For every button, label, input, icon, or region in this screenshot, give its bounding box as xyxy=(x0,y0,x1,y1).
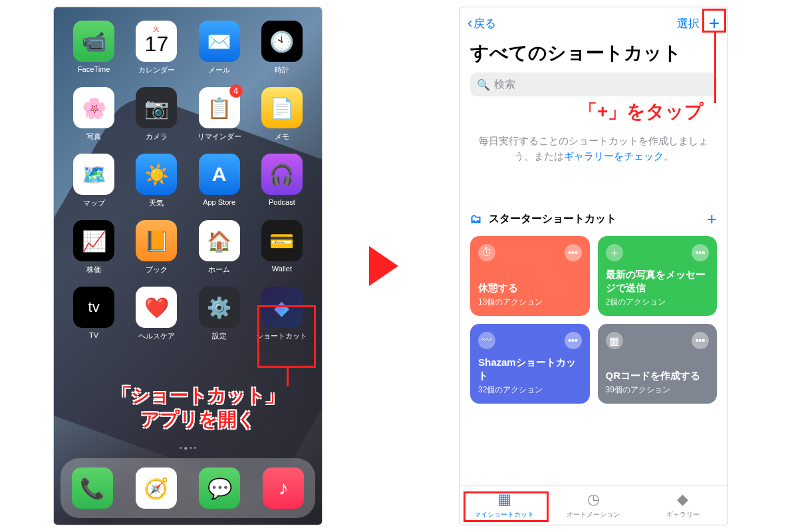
app-label: カメラ xyxy=(127,132,186,142)
app-設定[interactable]: ⚙️設定 xyxy=(190,287,249,341)
folder-icon: 🗂 xyxy=(470,212,482,226)
app-時計[interactable]: 🕙時計 xyxy=(253,21,311,75)
shortcuts-app-screen: ‹ 戻る 選択 + すべてのショートカット 🔍 検索 毎日実行することのショート… xyxy=(459,7,728,525)
shortcut-card[interactable]: ▦•••QRコードを作成する39個のアクション xyxy=(598,324,718,404)
shortcut-card[interactable]: 〰•••Shazamショートカット32個のアクション xyxy=(470,324,590,404)
app-ホーム[interactable]: 🏠ホーム xyxy=(190,220,249,275)
card-more-button[interactable]: ••• xyxy=(565,244,582,261)
app-label: 設定 xyxy=(190,331,249,341)
app-マップ[interactable]: 🗺️マップ xyxy=(65,154,123,208)
app-label: カレンダー xyxy=(127,65,186,75)
card-icon: ▦ xyxy=(606,332,623,349)
card-title: 最新の写真をメッセージで送信 xyxy=(606,268,710,294)
app-label: 株価 xyxy=(65,265,123,275)
card-title: Shazamショートカット xyxy=(478,356,582,382)
back-label: 戻る xyxy=(473,16,496,31)
dock: 📞🧭💬♪ xyxy=(61,458,315,518)
app-ヘルスケア[interactable]: ❤️ヘルスケア xyxy=(127,287,186,341)
app-label: メール xyxy=(190,65,249,75)
card-subtitle: 13個のアクション xyxy=(478,297,582,308)
card-subtitle: 32個のアクション xyxy=(478,384,582,396)
card-icon: ＋ xyxy=(606,244,623,261)
highlight-plus-button xyxy=(702,9,726,33)
app-FaceTime[interactable]: 📹FaceTime xyxy=(65,21,123,75)
tab-オートメーション[interactable]: ◷オートメーション xyxy=(549,485,638,525)
app-Podcast[interactable]: 🎧Podcast xyxy=(253,154,311,208)
section-title: スターターショートカット xyxy=(489,212,616,226)
callout-tap-plus: 「+」をタップ xyxy=(579,100,704,124)
nav-bar: ‹ 戻る 選択 + xyxy=(460,7,728,39)
card-title: QRコードを作成する xyxy=(606,369,710,382)
app-label: メモ xyxy=(253,132,311,142)
empty-hint: 毎日実行することのショートカットを作成しましょう、またはギャラリーをチェック。 xyxy=(475,134,712,164)
search-placeholder: 検索 xyxy=(494,78,515,92)
card-icon: ⏱ xyxy=(478,244,495,261)
app-label: 天気 xyxy=(127,198,186,208)
callout-open-shortcuts: 「ショートカット」 アプリを開く xyxy=(112,384,284,432)
card-more-button[interactable]: ••• xyxy=(692,332,709,349)
app-株価[interactable]: 📈株価 xyxy=(65,220,123,275)
card-icon: 〰 xyxy=(478,332,495,349)
back-button[interactable]: ‹ 戻る xyxy=(467,16,496,31)
page-title: すべてのショートカット xyxy=(460,39,728,72)
app-label: 写真 xyxy=(65,132,123,142)
app-メモ[interactable]: 📄メモ xyxy=(253,87,311,142)
dock-safari[interactable]: 🧭 xyxy=(136,467,177,509)
app-label: TV xyxy=(65,331,123,339)
app-リマインダー[interactable]: 📋4リマインダー xyxy=(190,87,249,142)
section-header: 🗂 スターターショートカット + xyxy=(470,209,717,229)
step-arrow-icon xyxy=(369,246,398,286)
dock-messages[interactable]: 💬 xyxy=(199,467,240,509)
app-label: ホーム xyxy=(190,265,249,275)
dock-music[interactable]: ♪ xyxy=(263,467,304,509)
highlight-my-shortcuts-tab xyxy=(464,491,549,522)
app-label: ブック xyxy=(127,265,186,275)
card-subtitle: 2個のアクション xyxy=(606,297,710,308)
tab-icon: ◷ xyxy=(587,491,600,508)
search-input[interactable]: 🔍 検索 xyxy=(470,72,717,96)
callout-line xyxy=(287,368,289,386)
app-天気[interactable]: ☀️天気 xyxy=(127,154,186,208)
app-label: Podcast xyxy=(253,198,311,206)
dock-phone[interactable]: 📞 xyxy=(72,467,113,509)
chevron-left-icon: ‹ xyxy=(467,16,472,31)
app-label: App Store xyxy=(190,198,249,206)
iphone-home-screen: 📹FaceTime火17カレンダー✉️メール🕙時計🌸写真📷カメラ📋4リマインダー… xyxy=(53,7,323,525)
app-label: Wallet xyxy=(253,265,311,273)
app-メール[interactable]: ✉️メール xyxy=(190,21,249,75)
app-写真[interactable]: 🌸写真 xyxy=(65,87,123,142)
app-icon-grid: 📹FaceTime火17カレンダー✉️メール🕙時計🌸写真📷カメラ📋4リマインダー… xyxy=(54,7,322,341)
page-dots[interactable]: • ● • • xyxy=(54,444,322,452)
search-icon: 🔍 xyxy=(477,78,490,91)
card-more-button[interactable]: ••• xyxy=(565,332,582,349)
app-label: 時計 xyxy=(253,65,311,75)
gallery-link[interactable]: ギャラリーをチェック xyxy=(564,150,664,162)
app-label: マップ xyxy=(65,198,123,208)
shortcut-card[interactable]: ＋•••最新の写真をメッセージで送信2個のアクション xyxy=(598,236,718,316)
app-Wallet[interactable]: 💳Wallet xyxy=(253,220,311,275)
select-button[interactable]: 選択 xyxy=(677,16,700,31)
shortcut-card-grid: ⏱•••休憩する13個のアクション＋•••最新の写真をメッセージで送信2個のアク… xyxy=(470,236,717,404)
app-カレンダー[interactable]: 火17カレンダー xyxy=(127,21,186,75)
tab-icon: ◆ xyxy=(677,491,688,508)
app-label: リマインダー xyxy=(190,132,249,142)
highlight-shortcuts-app xyxy=(257,305,316,368)
app-App Store[interactable]: AApp Store xyxy=(190,154,249,208)
app-TV[interactable]: tvTV xyxy=(65,287,123,341)
app-カメラ[interactable]: 📷カメラ xyxy=(127,87,186,142)
app-label: FaceTime xyxy=(65,65,123,73)
tab-label: ギャラリー xyxy=(666,510,700,519)
shortcut-card[interactable]: ⏱•••休憩する13個のアクション xyxy=(470,236,590,316)
section-add-button[interactable]: + xyxy=(707,209,717,229)
card-subtitle: 39個のアクション xyxy=(606,384,710,396)
app-label: ヘルスケア xyxy=(127,331,186,341)
tab-ギャラリー[interactable]: ◆ギャラリー xyxy=(638,485,728,525)
card-title: 休憩する xyxy=(478,281,582,295)
callout-line-plus xyxy=(714,33,716,103)
card-more-button[interactable]: ••• xyxy=(692,244,709,261)
app-ブック[interactable]: 📙ブック xyxy=(127,220,186,275)
tab-label: オートメーション xyxy=(567,510,620,519)
